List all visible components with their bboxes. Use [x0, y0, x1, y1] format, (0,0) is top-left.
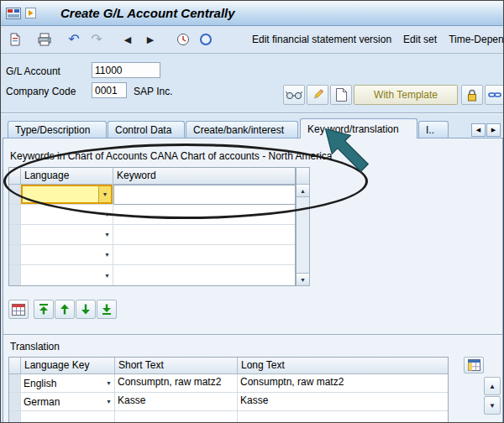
language-cell-2[interactable]: ▼ — [21, 205, 113, 225]
app-icon — [6, 8, 21, 19]
short-text-cell[interactable] — [115, 411, 238, 423]
display-glasses-icon[interactable] — [283, 85, 305, 105]
row-selector[interactable] — [9, 411, 21, 423]
translation-table: Language Key Short Text Long Text Englis… — [8, 357, 449, 423]
row-selector[interactable] — [9, 245, 21, 265]
language-cell-4[interactable]: ▼ — [21, 245, 113, 265]
title-bar: Create G/L Account Centrally — [1, 1, 503, 26]
tab-scroll-left-icon[interactable]: ◀ — [471, 123, 486, 137]
lock-icon[interactable] — [461, 85, 483, 105]
language-cell-5[interactable]: ▼ — [21, 265, 113, 285]
scrollbar-corner — [297, 168, 309, 185]
short-text-cell[interactable]: Consumptn, raw matz2 — [115, 374, 238, 393]
row-selector[interactable] — [9, 374, 21, 393]
dropdown-icon: ▼ — [104, 212, 110, 217]
translation-scroll-up-icon[interactable]: ▲ — [484, 377, 501, 395]
table-layout-icon[interactable] — [464, 357, 484, 373]
undo-icon[interactable]: ↶ — [64, 29, 84, 50]
row-selector[interactable] — [9, 265, 21, 285]
dropdown-icon: ▼ — [104, 252, 110, 258]
tab-scroll-right-icon[interactable]: ▶ — [486, 123, 501, 137]
keyword-cell-5[interactable] — [113, 265, 295, 285]
link-icon[interactable] — [485, 85, 504, 105]
page-up-icon[interactable] — [55, 300, 75, 319]
translation-section-title: Translation — [10, 341, 60, 352]
column-header-keyword[interactable]: Keyword — [113, 168, 295, 185]
change-pencil-icon[interactable] — [307, 85, 328, 105]
language-cell-3[interactable]: ▼ — [21, 225, 113, 245]
keyword-input[interactable] — [113, 185, 295, 205]
translation-header-corner — [9, 358, 21, 374]
divider — [1, 112, 503, 114]
row-selector[interactable] — [9, 225, 21, 245]
language-combo[interactable]: ▼ — [21, 185, 113, 204]
edit-financial-statement-version-button[interactable]: Edit financial statement version — [252, 34, 391, 45]
column-header-language[interactable]: Language — [21, 168, 113, 185]
long-text-cell[interactable] — [238, 411, 448, 423]
gl-account-label: G/L Account — [6, 65, 60, 77]
keywords-header-corner — [9, 168, 21, 185]
tab-content-panel: Keywords in Chart of Accounts CANA Chart… — [3, 138, 503, 423]
scrollbar-track[interactable] — [297, 197, 309, 273]
short-text-cell[interactable]: Kasse — [115, 393, 238, 411]
keywords-section-title: Keywords in Chart of Accounts CANA Chart… — [10, 150, 333, 162]
long-text-cell[interactable]: Kasse — [238, 393, 448, 411]
column-header-language-key[interactable]: Language Key — [21, 358, 115, 374]
keyword-cell-3[interactable] — [113, 225, 295, 245]
keywords-scrollbar[interactable]: ▲ ▼ — [296, 167, 310, 286]
language-key-cell[interactable]: German ▼ — [21, 393, 115, 411]
dropdown-icon[interactable]: ▼ — [106, 399, 112, 405]
scroll-to-bottom-icon[interactable] — [97, 300, 117, 319]
keyword-cell-2[interactable] — [113, 205, 295, 225]
scroll-down-icon[interactable]: ▼ — [297, 273, 309, 285]
row-selector[interactable] — [9, 393, 21, 411]
tab-more[interactable]: I.. — [418, 121, 449, 138]
scroll-to-top-icon[interactable] — [34, 300, 54, 319]
menu-arrow-icon[interactable] — [25, 8, 36, 18]
gl-account-input[interactable] — [92, 62, 160, 78]
row-selector[interactable] — [9, 205, 21, 225]
long-text-cell[interactable]: Consumptn, raw matz2 — [238, 374, 448, 393]
page-down-icon[interactable] — [76, 300, 96, 319]
with-template-button[interactable]: With Template — [354, 85, 458, 105]
scroll-up-icon[interactable]: ▲ — [297, 185, 309, 197]
create-page-icon[interactable] — [330, 85, 352, 105]
sap-window: Create G/L Account Centrally ↶ ↷ ◀ ▶ Edi… — [0, 0, 504, 423]
column-header-short-text[interactable]: Short Text — [115, 358, 238, 374]
keywords-table: Language Keyword ▼ ▼ ▼ — [8, 167, 296, 286]
status-circle-icon[interactable] — [196, 29, 216, 50]
printer-icon[interactable] — [34, 29, 55, 50]
table-settings-icon[interactable] — [8, 300, 29, 319]
tab-keyword-translation[interactable]: Key word/translation — [300, 118, 417, 138]
edit-set-button[interactable]: Edit set — [403, 34, 437, 45]
company-name-text: SAP Inc. — [134, 86, 172, 97]
dropdown-icon: ▼ — [104, 273, 110, 279]
forward-icon[interactable]: ▶ — [140, 29, 160, 50]
dropdown-icon[interactable]: ▼ — [98, 186, 111, 202]
translation-scroll-down-icon[interactable]: ▼ — [484, 396, 501, 415]
tab-type-description[interactable]: Type/Description — [8, 121, 107, 138]
keyword-cell-4[interactable] — [113, 245, 295, 265]
redo-icon[interactable]: ↷ — [87, 29, 107, 50]
tab-control-data[interactable]: Control Data — [108, 121, 185, 138]
toolbar: ↶ ↷ ◀ ▶ Edit financial statement version… — [1, 26, 503, 54]
column-header-long-text[interactable]: Long Text — [238, 358, 448, 374]
language-cell-1: ▼ — [21, 185, 113, 205]
clock-icon[interactable] — [173, 29, 193, 50]
dropdown-icon[interactable]: ▼ — [106, 380, 112, 386]
language-key-cell[interactable]: English ▼ — [21, 374, 115, 393]
language-key-cell[interactable] — [21, 411, 115, 423]
company-code-label: Company Code — [6, 86, 76, 97]
window-title: Create G/L Account Centrally — [60, 6, 235, 20]
time-dependent-button[interactable]: Time-Dependent — [449, 34, 504, 45]
tab-create-bank-interest[interactable]: Create/bank/interest — [186, 121, 298, 138]
back-icon[interactable]: ◀ — [118, 29, 138, 50]
row-selector[interactable] — [9, 185, 21, 205]
dropdown-icon: ▼ — [104, 232, 110, 238]
company-code-input[interactable] — [92, 82, 127, 98]
document-icon[interactable] — [5, 29, 25, 50]
divider — [3, 334, 502, 336]
